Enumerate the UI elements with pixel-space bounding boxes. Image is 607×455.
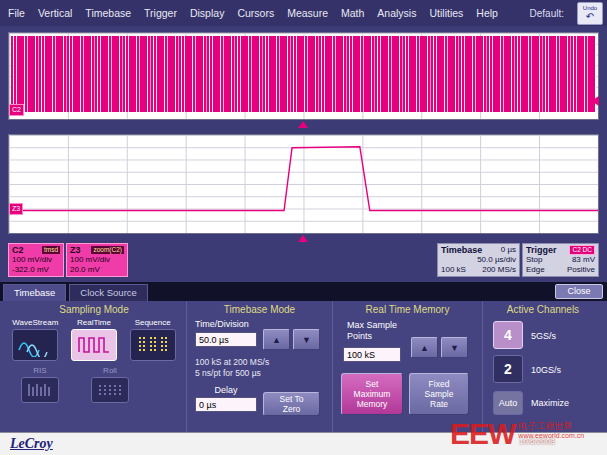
realtime-button[interactable] bbox=[71, 329, 117, 361]
trigger-level: 83 mV bbox=[572, 255, 595, 265]
sequence-button[interactable] bbox=[130, 329, 176, 361]
z3-source-badge: zoom(C2) bbox=[91, 246, 124, 254]
set-maximum-memory-button[interactable]: Set Maximum Memory bbox=[341, 373, 403, 415]
menu-item-analysis[interactable]: Analysis bbox=[377, 7, 416, 19]
time-division-up-button[interactable]: ▲ bbox=[263, 329, 290, 350]
z3-title: Z3 bbox=[70, 245, 81, 255]
menu-bar: File Vertical Timebase Trigger Display C… bbox=[0, 0, 607, 26]
active-channels-header: Active Channels bbox=[483, 304, 603, 315]
roll-icon bbox=[96, 381, 124, 399]
c2-trace-tag[interactable]: C2 bbox=[9, 104, 24, 116]
z3-trace-tag[interactable]: Z3 bbox=[9, 203, 23, 215]
trigger-source-badge: C2 DC bbox=[569, 245, 595, 255]
timebase-dialog: Timebase Clock Source Close Sampling Mod… bbox=[0, 282, 607, 432]
sampling-mode-section: Sampling Mode WaveStream RealTime bbox=[2, 301, 186, 432]
wavestream-button[interactable] bbox=[12, 329, 58, 361]
time-division-label: Time/Division bbox=[195, 319, 249, 329]
c2-descriptor[interactable]: C2 tmsd 100 mV/div -322.0 mV bbox=[8, 243, 64, 277]
timebase-time-div: 50.0 µs/div bbox=[441, 255, 516, 265]
menu-item-display[interactable]: Display bbox=[190, 7, 224, 19]
undo-icon: ↶ bbox=[586, 12, 594, 22]
channels-4-rate-label: 5GS/s bbox=[531, 331, 556, 341]
wavestream-label: WaveStream bbox=[12, 318, 58, 327]
oscilloscope-app: File Vertical Timebase Trigger Display C… bbox=[0, 0, 607, 455]
c2-volts-div: 100 mV/div bbox=[12, 255, 52, 265]
timebase-descriptor[interactable]: Timebase 0 µs 50.0 µs/div 100 kS 200 MS/… bbox=[437, 243, 520, 277]
dialog-body: Sampling Mode WaveStream RealTime bbox=[0, 301, 607, 432]
realtime-label: RealTime bbox=[77, 318, 111, 327]
z3-offset: 20.0 mV bbox=[70, 265, 100, 275]
sequence-icon bbox=[135, 333, 171, 357]
roll-button[interactable] bbox=[91, 377, 129, 403]
zoom-graticule[interactable] bbox=[8, 134, 599, 234]
channels-maximize-label: Maximize bbox=[531, 398, 569, 408]
set-to-zero-button[interactable]: Set To Zero bbox=[263, 392, 320, 416]
time-division-down-button[interactable]: ▼ bbox=[293, 329, 320, 350]
delay-label: Delay bbox=[195, 385, 257, 395]
channels-2-button[interactable]: 2 bbox=[493, 355, 523, 383]
trigger-time-marker-bottom[interactable] bbox=[298, 235, 308, 242]
max-sample-points-field[interactable] bbox=[343, 347, 401, 362]
watermark-text: EEW bbox=[450, 417, 515, 451]
menu-item-math[interactable]: Math bbox=[341, 7, 364, 19]
tab-timebase[interactable]: Timebase bbox=[3, 284, 66, 301]
z3-volts-div: 100 mV/div bbox=[70, 255, 110, 265]
channels-auto-button[interactable]: Auto bbox=[493, 391, 523, 415]
trigger-level-marker[interactable] bbox=[591, 96, 599, 106]
channels-2-rate-label: 10GS/s bbox=[531, 365, 561, 375]
c2-offset: -322.0 mV bbox=[12, 265, 49, 275]
undo-button[interactable]: Undo ↶ bbox=[577, 2, 603, 25]
trigger-time-marker-top[interactable] bbox=[298, 121, 308, 128]
z3-pulse-waveform bbox=[9, 135, 598, 233]
lecroy-logo: LeCroy bbox=[10, 436, 53, 452]
timebase-rate: 200 MS/s bbox=[482, 265, 516, 275]
time-division-field[interactable] bbox=[195, 332, 257, 347]
real-time-memory-section: Real Time Memory Max Sample Points ▲ ▼ S… bbox=[332, 301, 482, 432]
c2-coupling-badge: tmsd bbox=[42, 246, 60, 254]
roll-label: Roll bbox=[103, 366, 117, 375]
z3-descriptor[interactable]: Z3 zoom(C2) 100 mV/div 20.0 mV bbox=[66, 243, 128, 277]
date-display: 10/6/2008 bbox=[519, 437, 555, 446]
timebase-samples: 100 kS bbox=[441, 265, 466, 275]
dialog-tab-bar: Timebase Clock Source Close bbox=[0, 282, 607, 301]
ris-label: RIS bbox=[33, 366, 46, 375]
real-time-memory-header: Real Time Memory bbox=[333, 304, 482, 315]
wavestream-icon bbox=[17, 333, 53, 357]
eeworld-watermark: EEW 电子工程世界 www.eeworld.com.cn bbox=[450, 417, 607, 455]
ris-button[interactable] bbox=[21, 377, 59, 403]
trigger-type: Edge bbox=[526, 265, 545, 275]
max-sample-label-line1: Max Sample bbox=[347, 320, 397, 330]
sample-info-line1: 100 kS at 200 MS/s bbox=[195, 357, 269, 368]
max-sample-label-line2: Points bbox=[347, 331, 372, 341]
sampling-mode-header: Sampling Mode bbox=[2, 304, 186, 315]
menu-item-measure[interactable]: Measure bbox=[287, 7, 328, 19]
trigger-title: Trigger bbox=[526, 245, 557, 255]
close-button[interactable]: Close bbox=[555, 284, 603, 299]
c2-title: C2 bbox=[12, 245, 24, 255]
tab-clock-source[interactable]: Clock Source bbox=[69, 284, 148, 301]
delay-field[interactable] bbox=[195, 397, 257, 412]
top-graticule[interactable] bbox=[8, 32, 599, 120]
default-label: Default: bbox=[530, 8, 564, 19]
trigger-mode: Stop bbox=[526, 255, 542, 265]
timebase-mode-header: Timebase Mode bbox=[187, 304, 332, 315]
menu-item-file[interactable]: File bbox=[8, 7, 25, 19]
sequence-label: Sequence bbox=[135, 318, 171, 327]
timebase-mode-section: Timebase Mode Time/Division ▲ ▼ 100 kS a… bbox=[186, 301, 332, 432]
fixed-sample-rate-button[interactable]: Fixed Sample Rate bbox=[409, 373, 469, 415]
menu-item-help[interactable]: Help bbox=[476, 7, 498, 19]
trigger-slope: Positive bbox=[567, 265, 595, 275]
menu-item-vertical[interactable]: Vertical bbox=[38, 7, 72, 19]
active-channels-section: Active Channels 4 5GS/s 2 10GS/s Auto Ma… bbox=[482, 301, 603, 432]
max-sample-up-button[interactable]: ▲ bbox=[411, 337, 438, 358]
sample-info-line2: 5 ns/pt for 500 µs bbox=[195, 368, 261, 379]
menu-item-trigger[interactable]: Trigger bbox=[144, 7, 177, 19]
watermark-cn-text: 电子工程世界 bbox=[518, 421, 584, 431]
menu-item-utilities[interactable]: Utilities bbox=[429, 7, 463, 19]
max-sample-down-button[interactable]: ▼ bbox=[441, 337, 468, 358]
c2-waveform bbox=[11, 36, 596, 112]
channels-4-button[interactable]: 4 bbox=[493, 321, 523, 349]
menu-item-timebase[interactable]: Timebase bbox=[85, 7, 131, 19]
menu-item-cursors[interactable]: Cursors bbox=[237, 7, 274, 19]
trigger-descriptor[interactable]: Trigger C2 DC Stop 83 mV Edge Positive bbox=[522, 243, 599, 277]
